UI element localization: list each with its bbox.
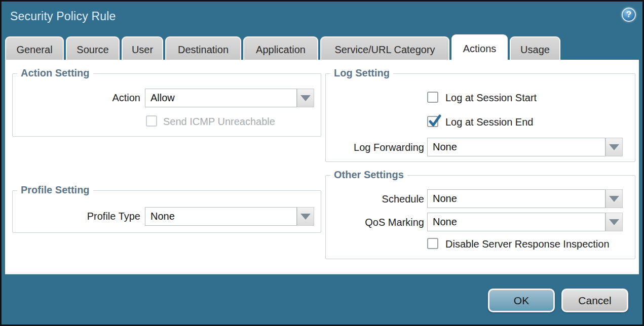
action-label: Action (13, 92, 140, 104)
checkmark-icon (428, 115, 441, 128)
other-settings-group: Other Settings Schedule None QoS Marking… (325, 175, 635, 259)
log-forwarding-dropdown-value: None (427, 138, 605, 156)
log-session-end-checkbox[interactable] (427, 116, 438, 127)
send-icmp-checkbox (146, 115, 157, 127)
schedule-dropdown-value: None (427, 189, 605, 208)
log-session-start-checkbox[interactable] (427, 92, 438, 103)
log-session-start-label[interactable]: Log at Session Start (445, 92, 537, 104)
log-session-end-label[interactable]: Log at Session End (445, 116, 533, 128)
send-icmp-label: Send ICMP Unreachable (163, 116, 275, 128)
profile-setting-legend: Profile Setting (17, 184, 93, 196)
tab-general[interactable]: General (5, 36, 64, 62)
tab-source[interactable]: Source (66, 36, 120, 62)
disable-server-response-inspection-label[interactable]: Disable Server Response Inspection (445, 238, 610, 250)
tab-user[interactable]: User (122, 36, 163, 62)
profile-setting-group: Profile Setting Profile Type None (12, 190, 321, 233)
action-dropdown-value: Allow (145, 89, 297, 107)
disable-server-response-inspection-checkbox[interactable] (427, 238, 438, 249)
dialog-title: Security Policy Rule (10, 10, 116, 23)
action-dropdown[interactable]: Allow (145, 89, 314, 107)
chevron-down-icon (300, 214, 311, 220)
chevron-down-icon (609, 219, 619, 225)
schedule-dropdown-button[interactable] (605, 189, 623, 208)
qos-marking-dropdown-value: None (427, 213, 605, 231)
content-panel: Action Setting Action Allow Send ICMP Un… (5, 60, 639, 274)
action-setting-group: Action Setting Action Allow Send ICMP Un… (12, 73, 321, 137)
tab-application[interactable]: Application (243, 36, 318, 62)
chevron-down-icon (609, 196, 619, 202)
profile-type-label: Profile Type (13, 210, 140, 222)
cancel-button[interactable]: Cancel (561, 289, 628, 312)
schedule-dropdown[interactable]: None (427, 189, 623, 208)
other-settings-legend: Other Settings (330, 169, 407, 181)
help-icon[interactable]: ? (622, 8, 636, 22)
tab-destination[interactable]: Destination (165, 36, 241, 62)
log-setting-group: Log Setting Log at Session Start Log at … (325, 73, 635, 162)
action-setting-legend: Action Setting (17, 67, 93, 79)
tab-usage[interactable]: Usage (510, 36, 560, 62)
tab-actions[interactable]: Actions (451, 34, 508, 62)
log-forwarding-dropdown-button[interactable] (605, 138, 623, 156)
profile-type-dropdown-value: None (145, 207, 297, 226)
profile-type-dropdown-button[interactable] (297, 207, 314, 226)
log-forwarding-label: Log Forwarding (326, 141, 424, 153)
schedule-label: Schedule (326, 193, 424, 205)
qos-marking-label: QoS Marking (326, 216, 424, 228)
help-question-glyph: ? (626, 10, 631, 20)
action-dropdown-button[interactable] (297, 89, 314, 107)
ok-button[interactable]: OK (488, 289, 555, 312)
qos-marking-dropdown[interactable]: None (427, 213, 623, 231)
log-setting-legend: Log Setting (330, 67, 393, 79)
tab-service-url-category[interactable]: Service/URL Category (320, 36, 449, 62)
chevron-down-icon (300, 95, 311, 101)
chevron-down-icon (609, 144, 619, 150)
profile-type-dropdown[interactable]: None (145, 207, 314, 226)
qos-marking-dropdown-button[interactable] (605, 213, 623, 231)
tab-strip: General Source User Destination Applicat… (5, 34, 560, 62)
security-policy-rule-dialog: Security Policy Rule ? General Source Us… (0, 0, 644, 326)
log-forwarding-dropdown[interactable]: None (427, 138, 623, 156)
